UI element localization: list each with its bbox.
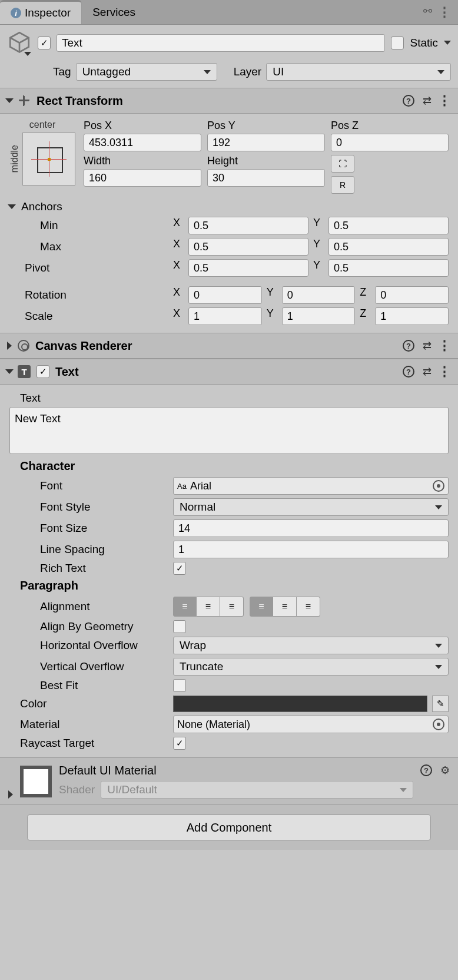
canvas-renderer-header: Canvas Renderer ? ⇄ ⋮ xyxy=(0,333,458,359)
raw-edit-button[interactable]: R xyxy=(331,176,354,194)
pivot-y-input[interactable] xyxy=(328,259,449,277)
height-label: Height xyxy=(207,155,325,167)
h-overflow-dropdown[interactable]: Wrap xyxy=(173,637,449,654)
tab-inspector[interactable]: i Inspector xyxy=(0,0,82,24)
v-overflow-dropdown[interactable]: Truncate xyxy=(173,658,449,676)
preset-icon[interactable]: ⇄ xyxy=(423,339,430,352)
pos-x-input[interactable] xyxy=(84,134,201,151)
component-enable-checkbox[interactable]: ✓ xyxy=(36,365,49,378)
align-center-button[interactable]: ≡ xyxy=(197,597,220,617)
chevron-down-icon xyxy=(400,788,407,792)
component-menu-icon[interactable]: ⋮ xyxy=(438,93,451,108)
rotation-label: Rotation xyxy=(9,289,168,302)
font-field[interactable]: AaArial xyxy=(173,477,449,495)
preset-icon[interactable]: ⇄ xyxy=(423,94,430,107)
scale-y-input[interactable] xyxy=(282,307,356,325)
tab-menu-icon[interactable]: ⋮ xyxy=(438,5,451,20)
scale-z-input[interactable] xyxy=(375,307,449,325)
rot-x-input[interactable] xyxy=(188,286,262,304)
rect-transform-header: Rect Transform ? ⇄ ⋮ xyxy=(0,88,458,114)
component-menu-icon[interactable]: ⋮ xyxy=(438,364,451,379)
help-icon[interactable]: ? xyxy=(403,340,414,352)
tag-label: Tag xyxy=(53,65,71,78)
blueprint-mode-button[interactable]: ⛶ xyxy=(331,155,354,173)
pos-z-label: Pos Z xyxy=(331,120,449,132)
scale-x-input[interactable] xyxy=(188,307,262,325)
raycast-checkbox[interactable]: ✓ xyxy=(173,737,186,750)
anchor-max-x-input[interactable] xyxy=(188,238,308,256)
component-title: Canvas Renderer xyxy=(35,339,397,353)
tab-services[interactable]: Services xyxy=(82,1,146,24)
color-label: Color xyxy=(9,697,168,710)
preset-icon[interactable]: ⇄ xyxy=(423,365,430,378)
gameobject-header: ✓ Static xyxy=(0,25,458,61)
pos-y-label: Pos Y xyxy=(207,120,325,132)
pivot-label: Pivot xyxy=(9,261,168,274)
rect-transform-icon xyxy=(18,94,31,107)
pivot-x-input[interactable] xyxy=(188,259,308,277)
static-label: Static xyxy=(410,37,438,49)
rich-text-checkbox[interactable]: ✓ xyxy=(173,562,186,575)
line-spacing-input[interactable] xyxy=(173,541,449,558)
tag-dropdown[interactable]: Untagged xyxy=(76,63,217,81)
pos-z-input[interactable] xyxy=(331,134,449,151)
align-middle-button[interactable]: ≡ xyxy=(273,597,297,617)
eyedropper-icon[interactable]: ✎ xyxy=(432,696,449,712)
icon-dropdown-arrow[interactable] xyxy=(24,52,31,56)
anchors-foldout[interactable] xyxy=(8,204,16,209)
anchor-min-y-input[interactable] xyxy=(328,217,449,234)
color-swatch[interactable] xyxy=(173,696,427,712)
font-value: Arial xyxy=(190,480,211,492)
rot-y-input[interactable] xyxy=(282,286,356,304)
width-input[interactable] xyxy=(84,169,201,187)
align-left-button[interactable]: ≡ xyxy=(173,597,197,617)
font-size-input[interactable] xyxy=(173,519,449,537)
height-input[interactable] xyxy=(207,169,325,187)
help-icon[interactable]: ? xyxy=(403,95,414,107)
layer-dropdown[interactable]: UI xyxy=(266,63,451,81)
tag-value: Untagged xyxy=(82,65,131,78)
object-picker-icon[interactable] xyxy=(433,480,444,492)
lock-icon[interactable]: ⚯ xyxy=(423,5,432,20)
add-component-area: Add Component xyxy=(0,804,458,850)
align-right-button[interactable]: ≡ xyxy=(220,597,244,617)
align-geometry-checkbox[interactable] xyxy=(173,620,186,633)
object-picker-icon[interactable] xyxy=(433,719,444,730)
add-component-button[interactable]: Add Component xyxy=(27,815,431,840)
align-bottom-button[interactable]: ≡ xyxy=(297,597,320,617)
rot-z-input[interactable] xyxy=(375,286,449,304)
text-component-body: Text Character Font AaArial Font Style N… xyxy=(0,385,458,757)
min-label: Min xyxy=(9,219,168,232)
material-foldout[interactable] xyxy=(8,790,13,799)
tag-layer-row: Tag Untagged Layer UI xyxy=(0,61,458,88)
width-label: Width xyxy=(84,155,201,167)
foldout-toggle[interactable] xyxy=(5,98,14,103)
anchor-min-x-input[interactable] xyxy=(188,217,308,234)
help-icon[interactable]: ? xyxy=(420,764,432,776)
chevron-down-icon xyxy=(435,644,442,648)
component-title: Text xyxy=(55,365,397,379)
foldout-toggle[interactable] xyxy=(7,342,12,350)
font-aa-icon: Aa xyxy=(177,482,187,491)
font-style-dropdown[interactable]: Normal xyxy=(173,498,449,516)
anchor-preset-button[interactable] xyxy=(22,133,75,186)
static-dropdown-arrow[interactable] xyxy=(444,41,451,45)
help-icon[interactable]: ? xyxy=(403,366,414,378)
cube-icon[interactable] xyxy=(7,29,32,54)
best-fit-label: Best Fit xyxy=(9,679,168,692)
anchor-max-y-input[interactable] xyxy=(328,238,449,256)
foldout-toggle[interactable] xyxy=(5,369,14,374)
material-field[interactable]: None (Material) xyxy=(173,716,449,733)
best-fit-checkbox[interactable] xyxy=(173,679,186,692)
pos-y-input[interactable] xyxy=(207,134,325,151)
component-menu-icon[interactable]: ⋮ xyxy=(438,338,451,353)
active-checkbox[interactable]: ✓ xyxy=(38,37,51,49)
static-checkbox[interactable] xyxy=(391,37,404,49)
shader-dropdown[interactable]: UI/Default xyxy=(101,781,413,799)
material-swatch xyxy=(20,766,52,797)
text-value-input[interactable] xyxy=(9,407,449,454)
gear-icon[interactable]: ⚙ xyxy=(440,764,450,777)
alignment-label: Alignment xyxy=(9,600,168,613)
align-top-button[interactable]: ≡ xyxy=(250,597,273,617)
gameobject-name-input[interactable] xyxy=(57,34,385,52)
